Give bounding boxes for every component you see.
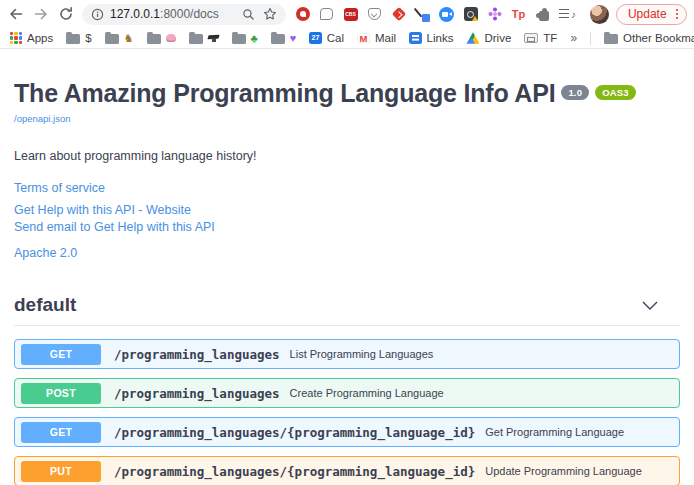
- method-badge: GET: [21, 422, 101, 443]
- url-path: :8000/docs: [160, 7, 219, 21]
- bookmark-apps[interactable]: Apps: [10, 32, 53, 44]
- endpoint-row-get-one[interactable]: GET /programming_languages/{programming_…: [14, 417, 680, 447]
- site-info-icon[interactable]: [91, 8, 104, 21]
- chevron-down-icon[interactable]: [642, 301, 680, 310]
- version-badge: 1.0: [561, 85, 589, 100]
- website-help-link[interactable]: Get Help with this API - Website: [14, 202, 680, 218]
- folder-icon: [105, 34, 119, 44]
- method-badge: POST: [21, 383, 101, 404]
- google-calendar-icon: 27: [309, 32, 322, 45]
- method-badge: PUT: [21, 461, 101, 482]
- extension-zoom-camera-icon[interactable]: [439, 7, 454, 22]
- bookmark-drive[interactable]: Drive: [466, 32, 511, 44]
- swagger-page: The Amazing Programming Language Info AP…: [0, 49, 694, 485]
- extensions-row: CBS Tp: [293, 7, 583, 22]
- email-help-link[interactable]: Send email to Get Help with this API: [14, 219, 680, 235]
- bookmarks-divider: [590, 32, 591, 45]
- endpoint-path: /programming_languages/{programming_lang…: [114, 464, 475, 479]
- folder-icon: [147, 34, 161, 44]
- endpoint-row-get-list[interactable]: GET /programming_languages List Programm…: [14, 339, 680, 369]
- bookmark-calendar[interactable]: 27 Cal: [309, 32, 344, 45]
- extensions-puzzle-icon[interactable]: [535, 7, 550, 22]
- bookmarks-bar: Apps $ ♞ ♣ ♥ 27 Cal M Mail Links Drive: [0, 28, 694, 49]
- section-title: default: [14, 294, 76, 316]
- bookmark-tf[interactable]: TF: [524, 32, 557, 44]
- extension-red-diamond-icon[interactable]: [391, 7, 406, 22]
- bookmark-folder-purple-heart[interactable]: ♥: [271, 32, 297, 44]
- endpoint-row-put-update[interactable]: PUT /programming_languages/{programming_…: [14, 456, 680, 485]
- api-links: Terms of service Get Help with this API …: [14, 180, 680, 261]
- extension-playlist-icon[interactable]: [559, 7, 574, 22]
- terms-of-service-link[interactable]: Terms of service: [14, 180, 680, 196]
- endpoint-path: /programming_languages: [114, 386, 280, 401]
- endpoint-summary: Create Programming Language: [290, 387, 444, 399]
- bookmarks-overflow-chevron[interactable]: »: [570, 31, 577, 45]
- zoom-magnifier-icon[interactable]: [242, 8, 255, 21]
- gmail-icon: M: [357, 33, 370, 44]
- graduation-cap-emoji-icon: [208, 34, 219, 40]
- endpoint-path: /programming_languages/{programming_lang…: [114, 425, 475, 440]
- links-icon: [409, 32, 422, 45]
- endpoint-summary: Get Programming Language: [485, 426, 624, 438]
- reload-button[interactable]: [57, 5, 75, 23]
- green-plant-emoji-icon: ♣: [251, 33, 258, 44]
- oas3-badge: OAS3: [595, 85, 636, 100]
- folder-icon: [271, 34, 285, 44]
- bookmark-mail[interactable]: M Mail: [357, 32, 396, 44]
- bookmark-folder-plant[interactable]: ♣: [232, 32, 258, 44]
- url-text: 127.0.0.1:8000/docs: [110, 7, 219, 21]
- extension-chat-bubble-icon[interactable]: [319, 7, 334, 22]
- endpoint-row-post-create[interactable]: POST /programming_languages Create Progr…: [14, 378, 680, 408]
- extension-purple-flower-icon[interactable]: [487, 7, 502, 22]
- extension-red-circle-icon[interactable]: [295, 7, 310, 22]
- license-link[interactable]: Apache 2.0: [14, 245, 680, 261]
- apps-grid-icon: [10, 32, 22, 44]
- openapi-json-link[interactable]: /openapi.json: [14, 113, 71, 124]
- endpoint-list: GET /programming_languages List Programm…: [14, 339, 680, 485]
- extension-pocket-icon[interactable]: [367, 7, 382, 22]
- tf-icon: [524, 33, 538, 43]
- back-button[interactable]: [7, 5, 25, 23]
- bookmark-folder-dollar[interactable]: $: [66, 32, 91, 44]
- bookmark-star-icon[interactable]: [263, 7, 277, 21]
- page-title: The Amazing Programming Language Info AP…: [14, 79, 680, 108]
- endpoint-summary: Update Programming Language: [485, 465, 642, 477]
- browser-menu-icon[interactable]: [673, 7, 681, 21]
- url-host: 127.0.0.1: [110, 7, 160, 21]
- endpoint-path: /programming_languages: [114, 347, 280, 362]
- folder-icon: [604, 34, 618, 44]
- extension-gear-warning-icon[interactable]: [463, 7, 478, 22]
- folder-icon: [232, 34, 246, 44]
- bookmark-folder-brain[interactable]: [147, 32, 176, 44]
- folder-icon: [189, 34, 203, 44]
- forward-button[interactable]: [32, 5, 50, 23]
- browser-toolbar: 127.0.0.1:8000/docs CBS Tp Update: [0, 0, 694, 28]
- chrome-update-button[interactable]: Update: [616, 4, 687, 25]
- endpoint-summary: List Programming Languages: [290, 348, 434, 360]
- purple-heart-emoji-icon: ♥: [290, 33, 297, 44]
- tag-section-default[interactable]: default: [14, 288, 680, 326]
- extension-cbs-icon[interactable]: CBS: [343, 7, 358, 22]
- brain-emoji-icon: [166, 34, 176, 42]
- extension-tp-icon[interactable]: Tp: [511, 7, 526, 22]
- address-bar[interactable]: 127.0.0.1:8000/docs: [82, 4, 286, 25]
- profile-avatar[interactable]: [590, 5, 609, 24]
- bookmark-folder-gradcap[interactable]: [189, 32, 219, 44]
- method-badge: GET: [21, 344, 101, 365]
- extension-color-picker-icon[interactable]: [415, 7, 430, 22]
- api-title-text: The Amazing Programming Language Info AP…: [14, 79, 555, 107]
- folder-icon: [66, 34, 80, 44]
- google-drive-icon: [466, 32, 479, 44]
- update-label: Update: [628, 7, 667, 21]
- api-description: Learn about programming language history…: [14, 149, 680, 163]
- bookmark-links[interactable]: Links: [409, 32, 453, 45]
- bookmark-folder-horse[interactable]: ♞: [105, 32, 134, 44]
- horse-emoji-icon: ♞: [124, 33, 134, 44]
- other-bookmarks[interactable]: Other Bookmarks: [604, 32, 694, 44]
